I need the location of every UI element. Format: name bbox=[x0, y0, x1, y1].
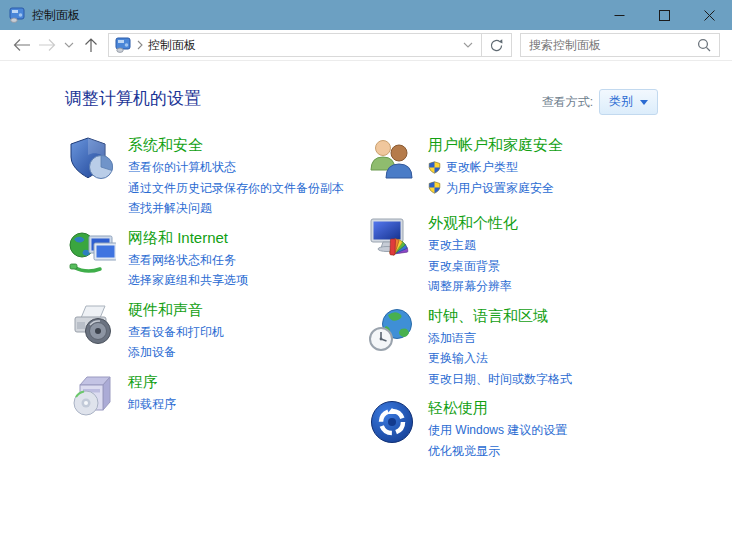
recent-pages-chevron[interactable] bbox=[60, 32, 78, 58]
view-by-label: 查看方式: bbox=[542, 94, 593, 111]
system-security-icon[interactable] bbox=[68, 135, 116, 183]
category-sub-link[interactable]: 为用户设置家庭安全 bbox=[428, 178, 563, 199]
category-clock-language-region: 时钟、语言和区域 添加语言 更换输入法 更改日期、时间或数字格式 bbox=[368, 304, 668, 390]
category-system-and-security: 系统和安全 查看你的计算机状态 通过文件历史记录保存你的文件备份副本 查找并解决… bbox=[68, 133, 368, 219]
category-sub-link[interactable]: 查看设备和打印机 bbox=[128, 322, 224, 343]
category-title-link[interactable]: 轻松使用 bbox=[428, 396, 567, 420]
category-title-link[interactable]: 网络和 Internet bbox=[128, 226, 248, 250]
view-by-control: 查看方式: 类别 bbox=[542, 89, 658, 115]
refresh-button[interactable] bbox=[481, 33, 512, 57]
minimize-button[interactable] bbox=[597, 0, 642, 30]
address-bar[interactable]: 控制面板 bbox=[108, 33, 482, 57]
category-title-link[interactable]: 用户帐户和家庭安全 bbox=[428, 133, 563, 157]
category-programs: 程序 卸载程序 bbox=[68, 370, 368, 420]
right-column: 用户帐户和家庭安全 更改帐户类型 bbox=[368, 133, 668, 468]
uac-shield-icon bbox=[428, 161, 441, 174]
category-title-link[interactable]: 硬件和声音 bbox=[128, 298, 224, 322]
category-sub-link[interactable]: 通过文件历史记录保存你的文件备份副本 bbox=[128, 178, 344, 199]
appearance-personalization-icon[interactable] bbox=[368, 213, 416, 261]
address-dropdown-chevron[interactable] bbox=[463, 42, 473, 48]
category-sub-link[interactable]: 更改日期、时间或数字格式 bbox=[428, 369, 572, 390]
category-title-link[interactable]: 外观和个性化 bbox=[428, 211, 518, 235]
category-title-link[interactable]: 系统和安全 bbox=[128, 133, 344, 157]
programs-icon[interactable] bbox=[68, 372, 116, 420]
search-icon bbox=[697, 38, 711, 52]
search-box bbox=[520, 33, 720, 57]
category-sub-link[interactable]: 更改主题 bbox=[428, 235, 518, 256]
category-sub-link[interactable]: 使用 Windows 建议的设置 bbox=[428, 420, 567, 441]
window-controls bbox=[597, 0, 732, 30]
category-sub-link[interactable]: 优化视觉显示 bbox=[428, 441, 567, 462]
uac-shield-icon bbox=[428, 181, 441, 194]
dropdown-triangle-icon bbox=[640, 100, 648, 105]
category-sub-link[interactable]: 调整屏幕分辨率 bbox=[428, 276, 518, 297]
forward-button[interactable] bbox=[34, 32, 60, 58]
category-sub-link[interactable]: 卸载程序 bbox=[128, 394, 176, 415]
network-internet-icon[interactable] bbox=[68, 228, 116, 276]
category-sub-link[interactable]: 更改帐户类型 bbox=[428, 157, 563, 178]
page-title: 调整计算机的设置 bbox=[65, 87, 201, 111]
category-title-link[interactable]: 程序 bbox=[128, 370, 176, 394]
navigation-bar: 控制面板 bbox=[0, 30, 732, 61]
left-column: 系统和安全 查看你的计算机状态 通过文件历史记录保存你的文件备份副本 查找并解决… bbox=[68, 133, 368, 468]
user-accounts-icon[interactable] bbox=[368, 135, 416, 183]
category-sub-link[interactable]: 更换输入法 bbox=[428, 348, 572, 369]
breadcrumb[interactable]: 控制面板 bbox=[148, 37, 196, 54]
category-sub-link[interactable]: 查找并解决问题 bbox=[128, 198, 344, 219]
category-sub-link[interactable]: 选择家庭组和共享选项 bbox=[128, 270, 248, 291]
page-header: 调整计算机的设置 查看方式: 类别 bbox=[0, 61, 732, 115]
back-button[interactable] bbox=[8, 32, 34, 58]
category-user-accounts-family-safety: 用户帐户和家庭安全 更改帐户类型 bbox=[368, 133, 668, 198]
category-sub-link-label: 更改帐户类型 bbox=[446, 157, 518, 178]
category-sub-link[interactable]: 添加语言 bbox=[428, 328, 572, 349]
search-input[interactable] bbox=[521, 38, 697, 52]
ease-of-access-icon[interactable] bbox=[368, 398, 416, 446]
hardware-sound-icon[interactable] bbox=[68, 300, 116, 348]
category-sub-link[interactable]: 添加设备 bbox=[128, 342, 224, 363]
control-panel-icon[interactable] bbox=[9, 7, 25, 23]
control-panel-window: 控制面板 bbox=[0, 0, 732, 539]
main-content: 调整计算机的设置 查看方式: 类别 bbox=[0, 61, 732, 539]
clock-language-region-icon[interactable] bbox=[368, 306, 416, 354]
view-by-dropdown[interactable]: 类别 bbox=[599, 89, 658, 115]
control-panel-icon bbox=[115, 37, 131, 53]
maximize-button[interactable] bbox=[642, 0, 687, 30]
window-title: 控制面板 bbox=[32, 7, 80, 24]
category-title-link[interactable]: 时钟、语言和区域 bbox=[428, 304, 572, 328]
category-sub-link-label: 为用户设置家庭安全 bbox=[446, 178, 554, 199]
category-network-and-internet: 网络和 Internet 查看网络状态和任务 选择家庭组和共享选项 bbox=[68, 226, 368, 291]
category-ease-of-access: 轻松使用 使用 Windows 建议的设置 优化视觉显示 bbox=[368, 396, 668, 461]
category-columns: 系统和安全 查看你的计算机状态 通过文件历史记录保存你的文件备份副本 查找并解决… bbox=[68, 133, 732, 468]
close-button[interactable] bbox=[687, 0, 732, 30]
breadcrumb-arrow-icon[interactable] bbox=[137, 40, 143, 50]
category-sub-link[interactable]: 查看你的计算机状态 bbox=[128, 157, 344, 178]
category-appearance-personalization: 外观和个性化 更改主题 更改桌面背景 调整屏幕分辨率 bbox=[368, 211, 668, 297]
category-sub-link[interactable]: 更改桌面背景 bbox=[428, 256, 518, 277]
titlebar: 控制面板 bbox=[0, 0, 732, 30]
up-button[interactable] bbox=[78, 32, 104, 58]
category-sub-link[interactable]: 查看网络状态和任务 bbox=[128, 250, 248, 271]
view-by-value: 类别 bbox=[609, 93, 633, 110]
category-hardware-and-sound: 硬件和声音 查看设备和打印机 添加设备 bbox=[68, 298, 368, 363]
